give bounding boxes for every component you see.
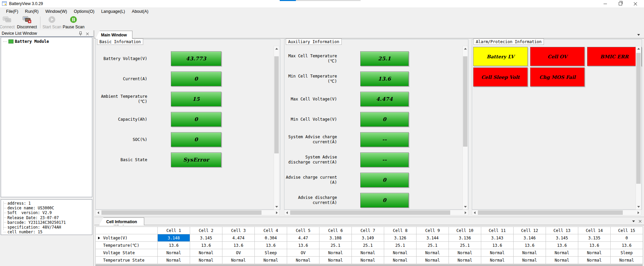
cell-temperature-12[interactable]: 13.6 <box>514 242 546 249</box>
scrollbar-thumb[interactable] <box>478 210 623 215</box>
cell-temperatrue-state-13[interactable]: Normal <box>546 257 578 264</box>
cell-voltage-state-13[interactable]: Normal <box>546 249 578 257</box>
auxiliary-horizontal-scrollbar[interactable] <box>284 210 468 215</box>
scroll-right-icon[interactable] <box>463 210 468 215</box>
cell-temperature-11[interactable]: 13.6 <box>481 242 514 249</box>
cell-temperatrue-state-14[interactable]: Normal <box>578 257 611 264</box>
tab-list-dropdown-icon[interactable] <box>637 34 640 36</box>
close-button[interactable] <box>628 0 643 7</box>
cell-temperatrue-state-9[interactable]: Normal <box>417 257 449 264</box>
cell-voltage-state-10[interactable]: Normal <box>449 249 481 257</box>
cell-temperatrue-state-7[interactable]: Normal <box>352 257 384 264</box>
cell-temperatrue-state-1[interactable]: Normal <box>158 257 190 264</box>
column-header-cell-9[interactable]: Cell 9 <box>417 227 449 234</box>
cell-voltage-state-5[interactable]: OV <box>287 249 319 257</box>
cell-temperature-14[interactable]: 13.6 <box>578 242 611 249</box>
cell-voltage-v-8[interactable]: 3.126 <box>384 234 417 242</box>
cell-voltage-v-7[interactable]: 3.149 <box>352 234 384 242</box>
menu-item-options[interactable]: Options(O) <box>70 8 98 15</box>
cell-voltage-state-12[interactable]: Normal <box>514 249 546 257</box>
column-header-cell-15[interactable]: Cell 15 <box>611 227 643 234</box>
row-header-voltage-state[interactable]: Voltage State <box>96 249 158 257</box>
column-header-cell-12[interactable]: Cell 12 <box>514 227 546 234</box>
column-header-cell-10[interactable]: Cell 10 <box>449 227 481 234</box>
alarm-vertical-scrollbar[interactable] <box>636 46 641 210</box>
scrollbar-thumb[interactable] <box>636 53 641 184</box>
column-header-cell-6[interactable]: Cell 6 <box>319 227 352 234</box>
cell-voltage-state-14[interactable]: Normal <box>578 249 611 257</box>
cell-voltage-v-13[interactable]: 3.145 <box>546 234 578 242</box>
toolbar-pause-scan-button[interactable]: Pause Scan <box>63 16 84 29</box>
scroll-up-icon[interactable] <box>274 46 279 51</box>
column-header-cell-8[interactable]: Cell 8 <box>384 227 417 234</box>
scroll-down-icon[interactable] <box>463 204 468 209</box>
tab-main-window[interactable]: Main Window <box>95 31 132 39</box>
scroll-right-icon[interactable] <box>274 210 279 215</box>
cell-voltage-v-2[interactable]: 3.145 <box>190 234 222 242</box>
row-header-voltage-v[interactable]: Voltage(V) <box>96 234 158 242</box>
cell-temperature-1[interactable]: 13.6 <box>158 242 190 249</box>
cell-temperature-10[interactable]: 25.1 <box>449 242 481 249</box>
scrollbar-thumb[interactable] <box>101 210 262 215</box>
cell-voltage-v-12[interactable]: 3.146 <box>514 234 546 242</box>
scroll-right-icon[interactable] <box>636 210 641 215</box>
cell-temperature-3[interactable]: 13.6 <box>222 242 255 249</box>
cell-voltage-v-9[interactable]: 3.144 <box>417 234 449 242</box>
cell-temperature-9[interactable]: 25.1 <box>417 242 449 249</box>
pin-icon[interactable] <box>79 31 83 36</box>
cell-voltage-v-4[interactable]: 0.304 <box>255 234 287 242</box>
column-header-cell-5[interactable]: Cell 5 <box>287 227 319 234</box>
menu-item-run[interactable]: Run(R) <box>22 8 42 15</box>
cell-temperatrue-state-12[interactable]: Normal <box>514 257 546 264</box>
auxiliary-vertical-scrollbar[interactable] <box>462 46 468 210</box>
cell-voltage-v-15[interactable]: 0 <box>611 234 643 242</box>
cell-voltage-state-6[interactable]: Normal <box>319 249 352 257</box>
row-header-temperature[interactable]: Temperature(℃) <box>96 242 158 249</box>
toolbar-disconnect-button[interactable]: Disconnect <box>16 16 38 29</box>
column-header-cell-7[interactable]: Cell 7 <box>352 227 384 234</box>
cell-voltage-v-5[interactable]: 4.47 <box>287 234 319 242</box>
cell-voltage-state-8[interactable]: Normal <box>384 249 417 257</box>
tree-item-battery-module[interactable]: Battery Module <box>3 39 49 44</box>
cell-temperatrue-state-2[interactable]: Normal <box>190 257 222 264</box>
cell-temperature-4[interactable]: 13.6 <box>255 242 287 249</box>
cell-temperature-8[interactable]: 25.1 <box>384 242 417 249</box>
column-header-cell-2[interactable]: Cell 2 <box>190 227 222 234</box>
cell-voltage-v-14[interactable]: 3.135 <box>578 234 611 242</box>
cell-voltage-v-1[interactable]: 3.148 <box>158 234 190 242</box>
cell-temperature-7[interactable]: 25.1 <box>352 242 384 249</box>
scrollbar-thumb[interactable] <box>463 56 467 147</box>
scroll-up-icon[interactable] <box>636 46 641 51</box>
cell-temperature-5[interactable]: 13.6 <box>287 242 319 249</box>
restore-button[interactable] <box>613 0 628 7</box>
column-header-cell-13[interactable]: Cell 13 <box>546 227 578 234</box>
cell-voltage-state-9[interactable]: Normal <box>417 249 449 257</box>
cell-temperature-13[interactable]: 13.6 <box>546 242 578 249</box>
cell-temperatrue-state-15[interactable]: Normal <box>611 257 643 264</box>
cell-temperatrue-state-6[interactable]: Normal <box>319 257 352 264</box>
cell-temperatrue-state-3[interactable]: Normal <box>222 257 255 264</box>
cell-window-dropdown-icon[interactable] <box>632 220 635 222</box>
table-horizontal-scrollbar[interactable] <box>95 264 643 266</box>
column-header-cell-4[interactable]: Cell 4 <box>255 227 287 234</box>
cell-voltage-state-15[interactable]: Sleep <box>611 249 643 257</box>
column-header-cell-3[interactable]: Cell 3 <box>222 227 255 234</box>
scroll-left-icon[interactable] <box>96 210 101 215</box>
dock-close-icon[interactable] <box>86 32 89 35</box>
scroll-up-icon[interactable] <box>463 46 468 51</box>
cell-temperatrue-state-10[interactable]: Normal <box>449 257 481 264</box>
cell-temperature-15[interactable]: 13.6 <box>611 242 643 249</box>
alarm-horizontal-scrollbar[interactable] <box>472 210 641 215</box>
tab-cell-information-window[interactable]: Cell Information Window <box>99 217 144 225</box>
basic-vertical-scrollbar[interactable] <box>274 46 279 210</box>
scroll-down-icon[interactable] <box>274 204 279 209</box>
cell-voltage-v-3[interactable]: 4.474 <box>222 234 255 242</box>
cell-voltage-state-11[interactable]: Normal <box>481 249 514 257</box>
cell-voltage-v-10[interactable]: 3.136 <box>449 234 481 242</box>
cell-voltage-state-1[interactable]: Normal <box>158 249 190 257</box>
column-header-cell-1[interactable]: Cell 1 <box>158 227 190 234</box>
menu-item-about[interactable]: About(A) <box>128 8 152 15</box>
basic-horizontal-scrollbar[interactable] <box>95 210 280 215</box>
menu-item-file[interactable]: File(F) <box>3 8 22 15</box>
cell-window-close-icon[interactable] <box>639 220 642 223</box>
